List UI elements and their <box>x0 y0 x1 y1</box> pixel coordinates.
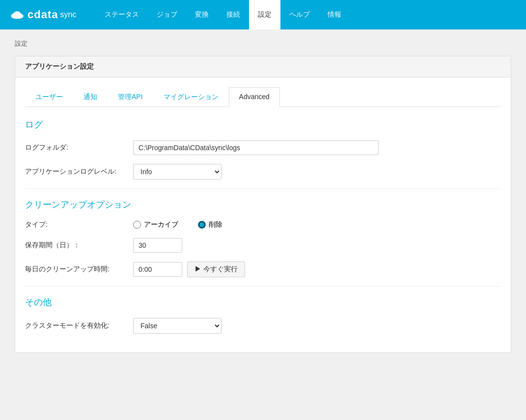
radio-delete-label: 削除 <box>209 220 222 229</box>
nav-item-jobs[interactable]: ジョブ <box>148 0 186 29</box>
cleanup-time-input[interactable] <box>133 262 182 277</box>
page-content: 設定 アプリケーション設定 ユーザー 通知 管理API マイグレーション Adv… <box>0 29 526 363</box>
logo-cloud-icon <box>10 10 25 20</box>
card-body: ユーザー 通知 管理API マイグレーション Advanced ログ ログフォル… <box>15 78 511 352</box>
tab-notify[interactable]: 通知 <box>73 87 108 107</box>
main-nav: ステータス ジョブ 変換 接続 設定 ヘルプ 情報 <box>96 0 350 29</box>
settings-tabs: ユーザー 通知 管理API マイグレーション Advanced <box>25 87 501 107</box>
run-now-button[interactable]: ▶ 今すぐ実行 <box>187 262 245 277</box>
svg-point-3 <box>14 11 21 17</box>
nav-item-info[interactable]: 情報 <box>319 0 350 29</box>
logo-area: cdata sync <box>10 8 76 21</box>
log-section-heading: ログ <box>25 119 501 131</box>
type-label: タイプ: <box>25 220 133 229</box>
radio-delete[interactable] <box>198 221 206 229</box>
log-level-select[interactable]: Info Debug Warn Error <box>133 164 221 180</box>
cluster-mode-row: クラスターモードを有効化: False True <box>25 318 501 334</box>
retention-input[interactable] <box>133 238 182 253</box>
radio-delete-option[interactable]: 削除 <box>198 220 222 229</box>
tab-migration[interactable]: マイグレーション <box>153 87 229 107</box>
radio-archive-label: アーカイブ <box>144 220 178 229</box>
tab-advanced[interactable]: Advanced <box>229 87 280 107</box>
retention-label: 保存期間（日）： <box>25 241 133 250</box>
topbar: cdata sync ステータス ジョブ 変換 接続 設定 ヘルプ 情報 <box>0 0 526 29</box>
retention-row: 保存期間（日）： <box>25 238 501 253</box>
nav-item-status[interactable]: ステータス <box>96 0 148 29</box>
log-folder-input[interactable] <box>133 140 379 155</box>
log-level-label: アプリケーションログレベル: <box>25 167 133 176</box>
tab-admin-api[interactable]: 管理API <box>108 87 153 107</box>
card-header: アプリケーション設定 <box>15 56 511 78</box>
section-divider-1 <box>25 188 501 189</box>
section-divider-2 <box>25 286 501 287</box>
tab-user[interactable]: ユーザー <box>25 87 73 107</box>
logo-brand: cdata <box>28 8 58 21</box>
cleanup-section-heading: クリーンアップオプション <box>25 199 501 210</box>
settings-card: アプリケーション設定 ユーザー 通知 管理API マイグレーション Advanc… <box>15 56 511 353</box>
type-radio-group: アーカイブ 削除 <box>133 220 222 229</box>
log-level-row: アプリケーションログレベル: Info Debug Warn Error <box>25 164 501 180</box>
cluster-mode-select[interactable]: False True <box>133 318 221 334</box>
nav-item-connection[interactable]: 接続 <box>218 0 249 29</box>
cleanup-time-label: 毎日のクリーンアップ時間: <box>25 265 133 274</box>
nav-item-transform[interactable]: 変換 <box>186 0 218 29</box>
type-row: タイプ: アーカイブ 削除 <box>25 220 501 229</box>
cluster-mode-label: クラスターモードを有効化: <box>25 321 133 330</box>
nav-item-settings[interactable]: 設定 <box>249 0 280 29</box>
nav-item-help[interactable]: ヘルプ <box>280 0 319 29</box>
logo-sync: sync <box>60 10 76 19</box>
log-folder-row: ログフォルダ: <box>25 140 501 155</box>
cleanup-time-row: 毎日のクリーンアップ時間: ▶ 今すぐ実行 <box>25 262 501 277</box>
radio-archive-option[interactable]: アーカイブ <box>133 220 178 229</box>
other-section-heading: その他 <box>25 296 501 308</box>
breadcrumb: 設定 <box>15 39 511 48</box>
radio-archive[interactable] <box>133 221 141 229</box>
log-folder-label: ログフォルダ: <box>25 143 133 152</box>
